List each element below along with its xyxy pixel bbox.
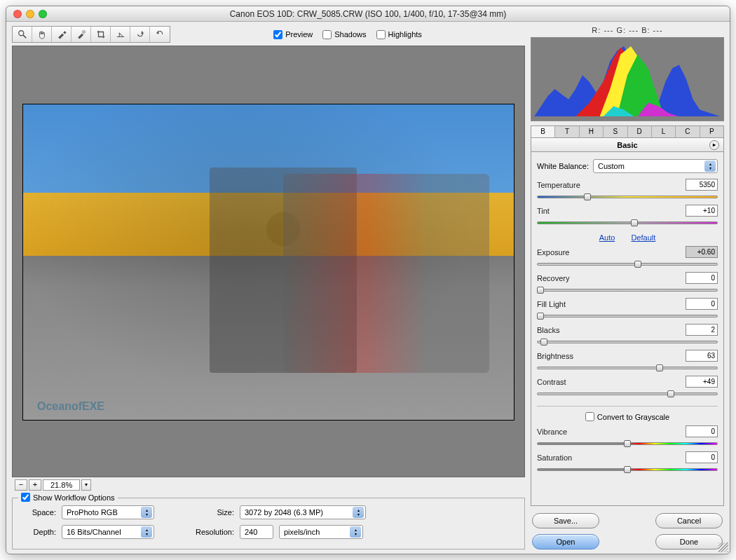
shadows-checkbox[interactable]: Shadows (322, 30, 366, 39)
done-button[interactable]: Done (655, 534, 723, 549)
app-window: Canon EOS 10D: CRW_5085.CRW (ISO 100, 1/… (6, 6, 730, 554)
zoom-tool-icon[interactable] (13, 27, 32, 42)
preview-checkbox[interactable]: Preview (273, 30, 313, 39)
image-preview[interactable]: OceanofEXE (12, 46, 525, 477)
panel-header: Basic ▸ (531, 138, 724, 152)
fill_light-slider[interactable] (537, 311, 718, 321)
saturation-setting: Saturation0 (537, 451, 718, 474)
panel-title: Basic (617, 141, 637, 149)
histogram (531, 37, 724, 121)
resolution-input[interactable] (240, 525, 273, 539)
save-button[interactable]: Save... (532, 513, 599, 528)
white-balance-label: White Balance: (537, 162, 589, 170)
exposure-value[interactable]: +0.60 (686, 246, 718, 258)
vibrance-value[interactable]: 0 (686, 425, 718, 437)
fill_light-value[interactable]: 0 (686, 298, 718, 310)
recovery-value[interactable]: 0 (686, 272, 718, 284)
zoom-out-button[interactable]: − (15, 479, 27, 491)
zoom-in-button[interactable]: + (29, 479, 41, 491)
minimize-icon[interactable] (26, 10, 34, 18)
shadows-label: Shadows (334, 30, 366, 39)
contrast-setting: Contrast+49 (537, 376, 718, 399)
photo-canvas: OceanofEXE (22, 104, 514, 421)
brightness-label: Brightness (537, 352, 573, 360)
tab-s[interactable]: S (604, 126, 627, 137)
show-workflow-label: Show Workflow Options (33, 493, 115, 502)
basic-panel: White Balance: Custom▴▾ Temperature5350T… (531, 152, 724, 506)
blacks-setting: Blacks2 (537, 324, 718, 347)
temperature-slider[interactable] (537, 192, 718, 202)
workflow-options: Show Workflow Options Space: ProPhoto RG… (12, 498, 525, 549)
size-dropdown[interactable]: 3072 by 2048 (6.3 MP)▴▾ (240, 505, 366, 519)
tab-c[interactable]: C (676, 126, 700, 137)
vibrance-slider[interactable] (537, 439, 718, 449)
rotate-ccw-icon[interactable] (130, 27, 150, 42)
eyedropper-tool-icon[interactable] (52, 27, 71, 42)
zoom-menu-icon[interactable]: ▾ (81, 479, 91, 491)
tab-h[interactable]: H (580, 126, 604, 137)
fill_light-label: Fill Light (537, 300, 566, 308)
zoom-value[interactable]: 21.8% (43, 479, 80, 491)
svg-point-2 (82, 31, 85, 34)
tab-l[interactable]: L (652, 126, 676, 137)
highlights-checkbox[interactable]: Highlights (376, 30, 422, 39)
auto-default-links: Auto Default (537, 233, 718, 242)
vibrance-label: Vibrance (537, 428, 567, 436)
crop-tool-icon[interactable] (91, 27, 111, 42)
open-button[interactable]: Open (532, 534, 599, 549)
contrast-label: Contrast (537, 378, 566, 386)
temperature-value[interactable]: 5350 (686, 179, 718, 191)
blacks-slider[interactable] (537, 337, 718, 347)
exposure-slider[interactable] (537, 259, 718, 269)
cancel-button[interactable]: Cancel (655, 513, 723, 528)
vibrance-setting: Vibrance0 (537, 425, 718, 449)
contrast-value[interactable]: +49 (686, 376, 718, 388)
auto-link[interactable]: Auto (599, 233, 615, 242)
tint-value[interactable]: +10 (686, 205, 718, 217)
sampler-tool-icon[interactable] (71, 27, 91, 42)
temperature-label: Temperature (537, 181, 580, 189)
close-icon[interactable] (13, 10, 22, 18)
temperature-setting: Temperature5350 (537, 179, 718, 202)
rgb-readout: R: --- G: --- B: --- (531, 26, 724, 34)
tool-group (12, 26, 170, 43)
white-balance-dropdown[interactable]: Custom▴▾ (593, 159, 718, 173)
tab-b[interactable]: B (531, 126, 555, 137)
tab-d[interactable]: D (628, 126, 652, 137)
zoom-icon[interactable] (39, 10, 47, 18)
saturation-slider[interactable] (537, 465, 718, 474)
straighten-tool-icon[interactable] (111, 27, 130, 42)
resize-grip-icon[interactable] (718, 542, 728, 552)
grayscale-checkbox[interactable] (585, 412, 594, 421)
tab-t[interactable]: T (555, 126, 579, 137)
preview-label: Preview (285, 30, 313, 39)
show-workflow-checkbox[interactable] (21, 493, 30, 502)
blacks-value[interactable]: 2 (686, 324, 718, 336)
saturation-value[interactable]: 0 (686, 451, 718, 463)
hand-tool-icon[interactable] (32, 27, 52, 42)
panel-menu-icon[interactable]: ▸ (709, 140, 719, 150)
recovery-slider[interactable] (537, 285, 718, 295)
space-dropdown[interactable]: ProPhoto RGB▴▾ (62, 505, 154, 519)
depth-dropdown[interactable]: 16 Bits/Channel▴▾ (62, 525, 154, 539)
tint-slider[interactable] (537, 218, 718, 228)
brightness-value[interactable]: 63 (686, 350, 718, 362)
default-link[interactable]: Default (631, 233, 655, 242)
rotate-cw-icon[interactable] (150, 27, 170, 42)
tab-p[interactable]: P (700, 126, 723, 137)
resolution-units-dropdown[interactable]: pixels/inch▴▾ (279, 525, 363, 539)
brightness-slider[interactable] (537, 363, 718, 373)
grayscale-label: Convert to Grayscale (597, 413, 669, 421)
contrast-slider[interactable] (537, 389, 718, 399)
size-label: Size: (188, 508, 234, 517)
depth-label: Depth: (20, 528, 56, 536)
panel-tabs: BTHSDLCP (531, 125, 724, 138)
exposure-label: Exposure (537, 248, 569, 257)
watermark-text: OceanofEXE (37, 400, 104, 413)
recovery-setting: Recovery0 (537, 272, 718, 295)
fill-light-setting: Fill Light0 (537, 298, 718, 321)
tint-setting: Tint+10 (537, 205, 718, 228)
space-label: Space: (20, 508, 56, 517)
resolution-label: Resolution: (188, 528, 234, 536)
traffic-lights (13, 10, 47, 18)
